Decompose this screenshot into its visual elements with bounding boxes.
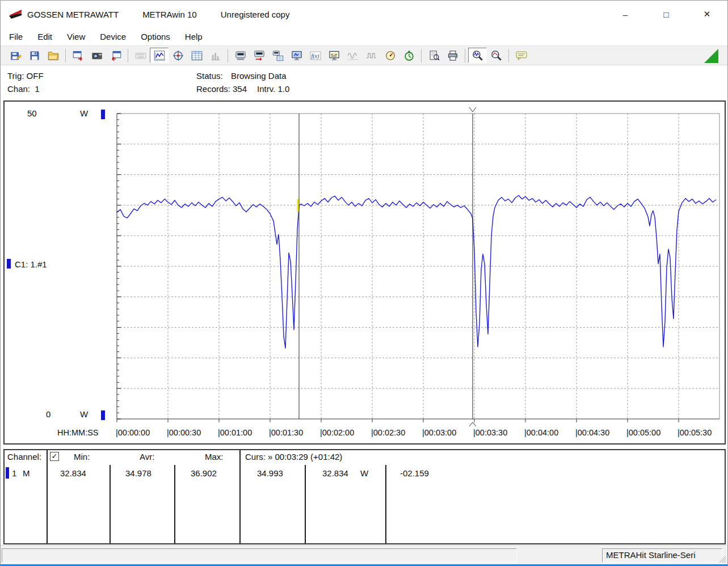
- wave2-icon: [365, 50, 378, 61]
- column-divider: [305, 465, 306, 543]
- keyboard-icon: [134, 50, 147, 61]
- maximize-button[interactable]: □: [646, 1, 687, 27]
- device-read-button[interactable]: [231, 48, 250, 63]
- window-controls: – □ ✕: [605, 1, 727, 27]
- window-in-icon: [110, 50, 122, 61]
- channel-visible-checkbox[interactable]: ✓: [50, 452, 59, 461]
- printer-icon: [447, 50, 459, 61]
- histogram-view-button[interactable]: [206, 48, 225, 63]
- title-license: Unregistered copy: [221, 10, 290, 19]
- toolbar-separator: [228, 49, 228, 62]
- crosshair-icon: [172, 50, 184, 61]
- keyboard-entry-button[interactable]: [131, 48, 150, 63]
- channel-color-marker: [7, 259, 11, 269]
- menu-item-help[interactable]: Help: [178, 30, 210, 44]
- row-channel-mode: M: [23, 468, 30, 478]
- interval-value: Intrv. 1.0: [257, 84, 289, 94]
- y-axis-top-channel-marker: [101, 110, 105, 119]
- avr-column-header: Avr:: [140, 452, 154, 462]
- cursor-header: Curs: » 00:03:29 (+01:42): [245, 452, 342, 462]
- cursor-delta-value: -02.159: [400, 468, 429, 478]
- monitor2-icon: [328, 50, 340, 61]
- print-button[interactable]: [443, 48, 462, 63]
- import-button[interactable]: [106, 48, 125, 63]
- cursor2-top-marker: [469, 107, 476, 112]
- channel-status: Chan: 1: [7, 84, 40, 94]
- chart-panel: 50 W 0 W C1: 1.#1 HH:MM:SS |00:00:00|00:…: [3, 100, 726, 445]
- zoom-wave-icon: [472, 50, 484, 61]
- menu-item-options[interactable]: Options: [133, 30, 178, 44]
- status-label: Status:: [196, 71, 223, 81]
- save-notes-button[interactable]: [6, 48, 25, 63]
- status-strip: Trig: OFF Chan: 1 Status: Browsing Data …: [1, 65, 727, 100]
- timer-button[interactable]: [399, 48, 418, 63]
- toolbar: [1, 45, 727, 65]
- chart-svg[interactable]: [111, 104, 724, 431]
- print-preview-icon: [428, 50, 440, 61]
- monitor-icon: [291, 50, 303, 61]
- status-value: Browsing Data: [231, 71, 287, 81]
- function-button[interactable]: [306, 48, 325, 63]
- cursor2-value: 32.834: [322, 468, 348, 478]
- menu-item-view[interactable]: View: [60, 30, 92, 44]
- meter-arrow-icon: [253, 50, 266, 61]
- toolbar-separator: [421, 49, 422, 62]
- zoom-trend-button[interactable]: [468, 48, 487, 63]
- toolbar-separator: [128, 49, 128, 62]
- min-column-header: Min:: [74, 452, 90, 462]
- meter-read-icon: [234, 50, 247, 61]
- time-format-label: HH:MM:SS: [57, 428, 99, 437]
- column-divider: [110, 465, 111, 543]
- records-label: Records:: [196, 84, 230, 94]
- multimeter-clock-button[interactable]: [381, 48, 399, 63]
- device-settings-button[interactable]: [250, 48, 268, 63]
- annotation-button[interactable]: [512, 48, 531, 63]
- device-display-button[interactable]: [325, 48, 343, 63]
- y-axis-max-label: 50: [27, 108, 37, 118]
- floppy-pen-icon: [10, 50, 22, 61]
- menu-item-edit[interactable]: Edit: [30, 30, 60, 44]
- menu-item-device[interactable]: Device: [92, 30, 133, 44]
- column-divider: [174, 465, 175, 543]
- floppy-icon: [28, 50, 41, 61]
- analog-output-button[interactable]: [343, 48, 362, 63]
- statusbar-message-area: [2, 548, 517, 563]
- cursor-view-button[interactable]: [169, 48, 187, 63]
- channel-label: C1: 1.#1: [15, 259, 47, 269]
- zoom-button[interactable]: [487, 48, 506, 63]
- digital-output-button[interactable]: [362, 48, 381, 63]
- avr-value: 34.978: [125, 468, 152, 478]
- device-memory-button[interactable]: [268, 48, 287, 63]
- statusbar: METRAHit Starline-Seri: [1, 545, 727, 564]
- menubar: FileEditViewDeviceOptionsHelp: [1, 28, 727, 45]
- device-monitor-button[interactable]: [287, 48, 306, 63]
- save-button[interactable]: [25, 48, 44, 63]
- cursor2-bottom-marker: [469, 422, 476, 426]
- open-button[interactable]: [44, 48, 62, 63]
- row-channel-number: 1: [12, 468, 16, 478]
- max-column-header: Max:: [205, 452, 224, 462]
- trend-chart-icon: [153, 50, 166, 61]
- zoom-curve-icon: [490, 50, 503, 61]
- titlebar: GOSSEN METRAWATT METRAwin 10 Unregistere…: [1, 1, 727, 28]
- trend-view-button[interactable]: [150, 48, 169, 63]
- snapshot-button[interactable]: [87, 48, 106, 63]
- app-logo-icon: [8, 7, 23, 21]
- minimize-button[interactable]: –: [605, 1, 646, 27]
- device-name: METRAHit Starline-Seri: [606, 550, 696, 560]
- close-button[interactable]: ✕: [687, 1, 727, 27]
- table-view-button[interactable]: [187, 48, 206, 63]
- stopwatch-icon: [403, 50, 415, 61]
- resize-grip[interactable]: [719, 556, 726, 563]
- values-panel: Channel: ✓ Min: Avr: Max: Curs: » 00:03:…: [3, 449, 726, 544]
- trace-polyline: [117, 195, 716, 348]
- column-divider: [385, 465, 386, 543]
- records-value: 354: [233, 84, 247, 94]
- print-preview-button[interactable]: [424, 48, 443, 63]
- fx-icon: [309, 50, 322, 61]
- column-divider: [239, 450, 241, 543]
- title-vendor: GOSSEN METRAWATT: [27, 10, 119, 19]
- menu-item-file[interactable]: File: [2, 30, 30, 44]
- meter-table-icon: [272, 50, 284, 61]
- export-button[interactable]: [69, 48, 87, 63]
